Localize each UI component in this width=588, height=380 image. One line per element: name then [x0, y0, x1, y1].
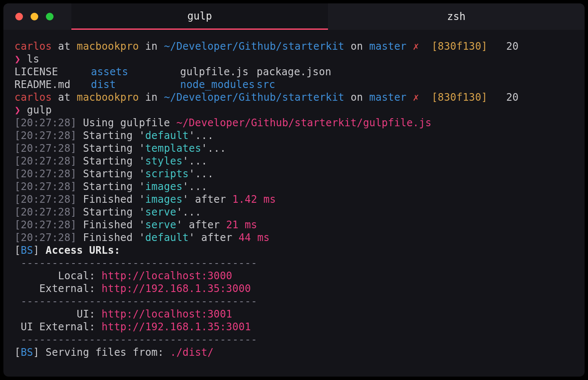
command-gulp: gulp — [27, 104, 52, 116]
gulpfile-path: ~/Developer/Github/starterkit/gulpfile.j… — [176, 117, 432, 129]
bs-header-line: [BS] Access URLs: — [14, 244, 120, 256]
prompt-branch: master — [369, 40, 407, 52]
separator: -------------------------------------- — [14, 257, 257, 269]
prompt-line-1: carlos at macbookpro in ~/Developer/Gith… — [14, 40, 519, 52]
command-ls: ls — [27, 53, 39, 65]
timestamp: [20:27:28] — [14, 117, 77, 129]
ls-row-2: README.mddistnode_modulessrc — [14, 78, 574, 91]
dirty-icon: ✗ — [413, 40, 419, 52]
minimize-icon[interactable] — [31, 13, 38, 20]
prompt-line-2: carlos at macbookpro in ~/Developer/Gith… — [14, 91, 519, 103]
bs-serving-line: [BS] Serving files from: ./dist/ — [14, 346, 214, 358]
prompt-user: carlos — [14, 40, 52, 52]
close-icon[interactable] — [15, 13, 23, 20]
terminal-window: gulp zsh carlos at macbookpro in ~/Devel… — [3, 3, 585, 377]
zoom-icon[interactable] — [46, 13, 54, 20]
tab-bar: gulp zsh — [71, 3, 585, 30]
prompt-path: ~/Developer/Github/starterkit — [164, 40, 345, 52]
url-external[interactable]: http://192.168.1.35:3000 — [102, 283, 251, 295]
prompt-host: macbookpro — [77, 40, 139, 52]
tab-gulp[interactable]: gulp — [71, 3, 328, 30]
traffic-lights — [3, 3, 71, 30]
titlebar: gulp zsh — [3, 3, 585, 30]
url-ui-external[interactable]: http://192.168.1.35:3001 — [102, 321, 251, 333]
url-local[interactable]: http://localhost:3000 — [102, 270, 232, 282]
prompt-symbol: ❯ — [14, 53, 21, 65]
url-ui[interactable]: http://localhost:3001 — [102, 308, 232, 320]
serving-path: ./dist/ — [170, 346, 214, 358]
tab-zsh[interactable]: zsh — [328, 3, 585, 30]
prompt-hash: 830f130 — [438, 40, 481, 52]
prompt-right: 20 — [506, 40, 518, 52]
terminal-output[interactable]: carlos at macbookpro in ~/Developer/Gith… — [3, 30, 585, 377]
ls-row-1: LICENSEassetsgulpfile.jspackage.json — [14, 65, 574, 78]
bs-tag: BS — [21, 244, 33, 256]
